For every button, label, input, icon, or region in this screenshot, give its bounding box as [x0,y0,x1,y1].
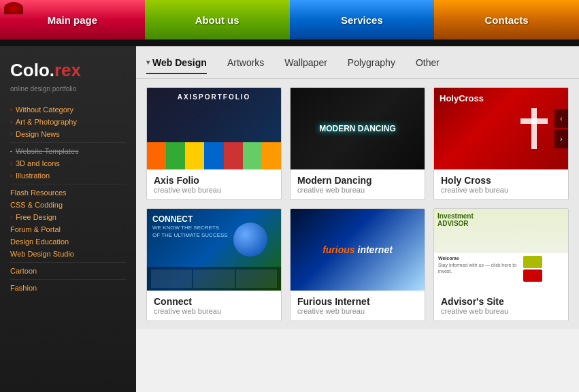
nav-arrows: ‹ › [555,109,568,148]
sidebar-item[interactable]: Design Education [10,235,126,248]
globe-icon [233,223,267,257]
sidebar-menu: › Without Category › Art & Photography ›… [10,103,126,294]
sidebar-item[interactable]: › 3D and Icons [10,157,126,169]
sidebar-item[interactable]: › Without Category [10,103,126,116]
sidebar-item[interactable]: Forum & Portal [10,223,126,235]
sidebar-item[interactable]: › Art & Photography [10,116,126,128]
sidebar-item[interactable]: Web Design Studio [10,248,126,260]
logo: Colo.rex [10,60,126,81]
nav-main-label: Main page [48,14,97,26]
portfolio-title: Axis Folio [154,175,274,186]
portfolio-subtitle: creative web bureau [441,307,561,315]
portfolio-subtitle: creative web bureau [441,186,561,194]
nav-contacts[interactable]: Contacts [434,0,579,39]
sidebar-item[interactable]: › Design News [10,128,126,140]
portfolio-item[interactable]: MODERN DANCING Modern Dancing creative w… [290,87,425,200]
portfolio-subtitle: creative web bureau [297,307,418,315]
tab-wallpaper-label: Wallpaper [284,57,327,68]
portfolio-item[interactable]: furious internet Furious Internet creati… [290,208,425,321]
portfolio-title: Furious Internet [297,296,418,307]
nav-main-page[interactable]: Main page [0,0,145,39]
portfolio-item[interactable]: InvestmentADVISOR Welcome Stay informed … [433,208,569,321]
tab-other[interactable]: Other [416,54,440,71]
portfolio-title: Modern Dancing [297,175,418,186]
portfolio-item[interactable]: HolyCross ‹ › Holy Cross creative we [433,87,569,200]
thumbnail: AXISPORTFOLIO [147,88,281,169]
tab-wallpaper[interactable]: Wallpaper [284,54,327,71]
tab-web-design-label: Web Design [152,57,207,68]
thumbnail: InvestmentADVISOR Welcome Stay informed … [434,209,568,291]
tab-bar: ▾ Web Design Artworks Wallpaper Polygrap… [136,46,579,79]
tab-web-design[interactable]: ▾ Web Design [146,54,207,71]
sidebar-item[interactable]: › Website Templates [10,145,126,157]
nav-about-label: About us [195,14,239,26]
logo-rex: rex [54,60,81,80]
next-arrow-btn[interactable]: › [555,129,568,148]
portfolio-item[interactable]: AXISPORTFOLIO Axis Folio [146,87,282,200]
prev-arrow-btn[interactable]: ‹ [555,109,568,128]
portfolio-subtitle: creative web bureau [154,307,274,315]
logo-colo: Colo. [10,60,54,80]
tab-polygraphy-label: Polygraphy [348,57,395,68]
sidebar-item[interactable]: Fashion [10,282,126,294]
nav-contacts-label: Contacts [485,14,529,26]
logo-subtitle: online design portfolio [10,85,126,93]
tab-artworks-label: Artworks [227,57,264,68]
portfolio-title: Advisor's Site [441,296,561,307]
portfolio-title: Holy Cross [441,175,561,186]
main-layout: Colo.rex online design portfolio › Witho… [0,46,579,392]
sidebar-item[interactable]: Cartoon [10,265,126,277]
portfolio-subtitle: creative web bureau [297,186,418,194]
nav-services-label: Services [341,14,383,26]
nav-services[interactable]: Services [290,0,435,39]
tab-artworks[interactable]: Artworks [227,54,264,71]
dropdown-arrow-icon: ▾ [146,59,150,66]
portfolio-title: Connect [154,296,274,307]
thumbnail: MODERN DANCING [291,88,425,169]
content-area: ▾ Web Design Artworks Wallpaper Polygrap… [136,46,579,392]
top-nav: Main page About us Services Contacts [0,0,579,39]
sidebar: Colo.rex online design portfolio › Witho… [0,46,136,392]
nav-about-us[interactable]: About us [145,0,290,39]
sidebar-item[interactable]: Flash Resources [10,186,126,199]
thumbnail: furious internet [291,209,425,291]
tab-other-label: Other [416,57,440,68]
thumbnail: HolyCross ‹ › [434,88,568,169]
portfolio-grid: AXISPORTFOLIO Axis Folio [136,79,579,329]
sidebar-item[interactable]: › Free Design [10,211,126,223]
portfolio-subtitle: creative web bureau [154,186,274,194]
portfolio-item[interactable]: CONNECT WE KNOW THE SECRETSOF THE ULTIMA… [146,208,282,321]
sidebar-item[interactable]: › Illustration [10,169,126,182]
tab-polygraphy[interactable]: Polygraphy [348,54,395,71]
sidebar-item[interactable]: CSS & Codding [10,199,126,211]
dark-strip [0,39,579,46]
thumbnail: CONNECT WE KNOW THE SECRETSOF THE ULTIMA… [147,209,281,291]
